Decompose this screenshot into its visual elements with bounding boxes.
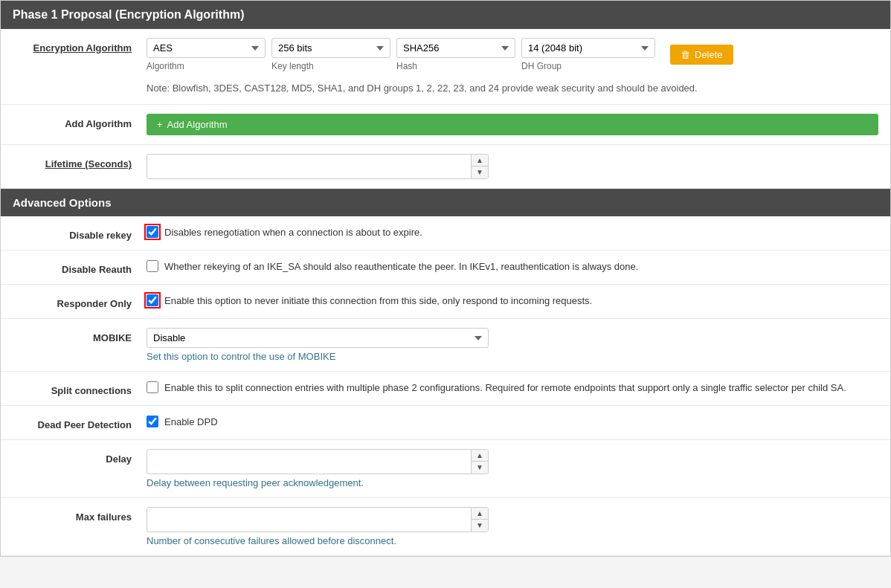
lifetime-spinner-buttons: ▲ ▼ [471,155,488,178]
max-failures-spinner: 5 ▲ ▼ [147,507,489,532]
delay-spinner: 10 ▲ ▼ [147,449,489,474]
disable-rekey-description: Disables renegotiation when a connection… [164,225,422,240]
max-failures-row: Max failures 5 ▲ ▼ Number of consecutive… [1,498,890,556]
delete-label: Delete [695,49,723,60]
dhgroup-select[interactable]: 1 (768 bit) 2 (1024 bit) 5 (1536 bit) 14… [521,38,655,58]
dpd-checkbox-row: Enable DPD [147,415,878,430]
trash-icon: 🗑 [681,49,690,60]
disable-rekey-checkbox[interactable] [147,226,158,238]
encryption-algorithm-row: Encryption Algorithm AES Blowfish 3DES C… [1,29,890,105]
mobike-label: MOBIKE [13,328,147,343]
encryption-note: Note: Blowfish, 3DES, CAST128, MD5, SHA1… [147,82,878,95]
add-algorithm-label: Add Algorithm [13,114,147,129]
delay-down-button[interactable]: ▼ [472,462,488,474]
delay-row: Delay 10 ▲ ▼ Delay between requesting pe… [1,440,890,498]
add-algorithm-row: Add Algorithm + Add Algorithm [1,105,890,145]
hash-select[interactable]: MD5 SHA1 SHA256 SHA384 SHA512 [396,38,515,58]
max-failures-input[interactable]: 5 [147,510,471,530]
split-connections-label: Split connections [13,381,147,396]
encryption-content: AES Blowfish 3DES CAST128 Algorithm 128 … [147,38,878,95]
delay-label: Delay [13,449,147,465]
disable-reauth-description: Whether rekeying of an IKE_SA should als… [164,259,638,274]
max-failures-helper: Number of consecutive failures allowed b… [147,535,878,546]
responder-only-description: Enable this option to never initiate thi… [164,294,592,308]
max-failures-content: 5 ▲ ▼ Number of consecutive failures all… [147,507,878,546]
disable-reauth-checkbox[interactable] [147,260,158,272]
disable-rekey-content: Disables renegotiation when a connection… [147,225,878,240]
responder-only-label: Responder Only [13,294,147,309]
disable-reauth-content: Whether rekeying of an IKE_SA should als… [147,259,878,274]
dpd-description: Enable DPD [164,415,218,430]
dpd-content: Enable DPD [147,415,878,430]
hash-sublabel: Hash [396,61,515,71]
add-algorithm-content: + Add Algorithm [147,114,878,135]
page-title: Phase 1 Proposal (Encryption Algorithm) [13,8,244,21]
dhgroup-sublabel: DH Group [521,61,655,71]
responder-only-checkbox-row: Enable this option to never initiate thi… [147,294,878,308]
max-failures-up-button[interactable]: ▲ [472,508,488,520]
delay-helper: Delay between requesting peer acknowledg… [147,477,878,488]
lifetime-label: Lifetime (Seconds) [13,154,147,169]
max-failures-label: Max failures [13,507,147,523]
disable-reauth-row: Disable Reauth Whether rekeying of an IK… [1,251,890,285]
dpd-label: Dead Peer Detection [13,415,147,430]
split-connections-row: Split connections Enable this to split c… [1,372,890,406]
keylength-select[interactable]: 128 bits 192 bits 256 bits [271,38,390,58]
delay-content: 10 ▲ ▼ Delay between requesting peer ack… [147,449,878,488]
mobike-content: Enable Disable Set this option to contro… [147,328,878,362]
lifetime-input[interactable]: 28800 [147,157,471,177]
responder-only-content: Enable this option to never initiate thi… [147,294,878,308]
advanced-options-title: Advanced Options [13,196,112,209]
advanced-options-header: Advanced Options [1,189,890,216]
page-header: Phase 1 Proposal (Encryption Algorithm) [1,1,890,29]
delay-up-button[interactable]: ▲ [472,450,488,462]
dpd-checkbox[interactable] [147,416,158,427]
disable-rekey-label: Disable rekey [13,225,147,241]
disable-rekey-row: Disable rekey Disables renegotiation whe… [1,216,890,251]
responder-only-row: Responder Only Enable this option to nev… [1,285,890,319]
mobike-helper: Set this option to control the use of MO… [147,351,878,362]
keylength-col: 128 bits 192 bits 256 bits Key length [271,38,390,71]
lifetime-row: Lifetime (Seconds) 28800 ▲ ▼ [1,145,890,189]
keylength-sublabel: Key length [271,61,390,71]
dhgroup-col: 1 (768 bit) 2 (1024 bit) 5 (1536 bit) 14… [521,38,655,71]
page-container: Phase 1 Proposal (Encryption Algorithm) … [0,0,891,557]
lifetime-up-button[interactable]: ▲ [472,155,488,167]
add-algo-button-label: Add Algorithm [167,119,228,130]
disable-reauth-checkbox-row: Whether rekeying of an IKE_SA should als… [147,259,878,274]
disable-reauth-label: Disable Reauth [13,259,147,275]
algo-selects-row: AES Blowfish 3DES CAST128 Algorithm 128 … [147,38,878,71]
plus-icon: + [157,119,163,130]
delay-input[interactable]: 10 [147,452,471,472]
max-failures-spinner-buttons: ▲ ▼ [471,508,488,532]
algorithm-col: AES Blowfish 3DES CAST128 Algorithm [147,38,266,71]
lifetime-spinner: 28800 ▲ ▼ [147,154,489,179]
delete-button[interactable]: 🗑 Delete [670,45,733,65]
delay-spinner-buttons: ▲ ▼ [471,450,488,474]
split-connections-checkbox[interactable] [147,381,158,393]
lifetime-down-button[interactable]: ▼ [472,167,488,178]
disable-rekey-checkbox-row: Disables renegotiation when a connection… [147,225,878,240]
hash-col: MD5 SHA1 SHA256 SHA384 SHA512 Hash [396,38,515,71]
split-connections-checkbox-row: Enable this to split connection entries … [147,381,878,395]
encryption-label: Encryption Algorithm [13,38,147,54]
mobike-row: MOBIKE Enable Disable Set this option to… [1,319,890,372]
mobike-select[interactable]: Enable Disable [147,328,489,348]
split-connections-description: Enable this to split connection entries … [164,381,846,395]
algorithm-select[interactable]: AES Blowfish 3DES CAST128 [147,38,266,58]
max-failures-down-button[interactable]: ▼ [472,520,488,532]
split-connections-content: Enable this to split connection entries … [147,381,878,395]
algorithm-sublabel: Algorithm [147,61,266,71]
add-algorithm-button[interactable]: + Add Algorithm [147,114,878,135]
lifetime-content: 28800 ▲ ▼ [147,154,878,179]
responder-only-checkbox[interactable] [147,294,158,306]
dpd-row: Dead Peer Detection Enable DPD [1,406,890,440]
